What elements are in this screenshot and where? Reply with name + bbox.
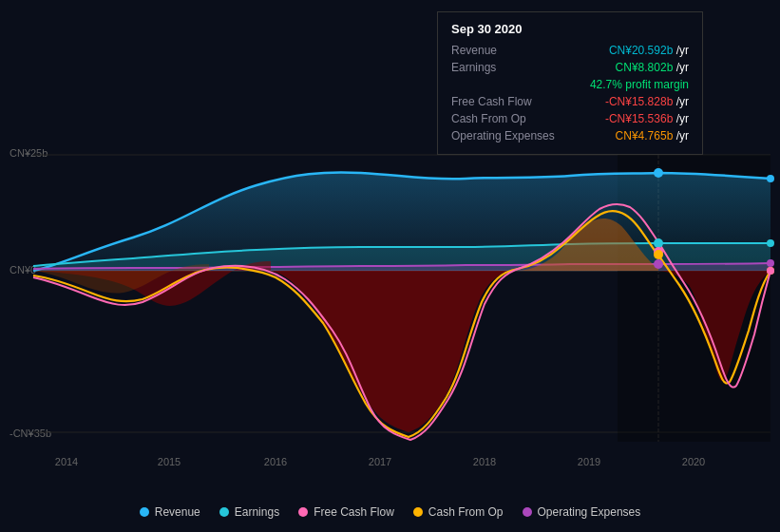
legend-revenue[interactable]: Revenue	[140, 505, 200, 519]
cfo-dot	[413, 507, 423, 517]
opex-dot	[523, 507, 532, 517]
svg-point-5	[767, 175, 774, 182]
svg-point-10	[654, 168, 663, 178]
earnings-label: Earnings	[451, 59, 578, 76]
cfo-value: -CN¥15.536b /yr	[578, 110, 689, 127]
svg-point-9	[767, 267, 774, 275]
legend-earnings[interactable]: Earnings	[219, 505, 279, 519]
chart-legend: Revenue Earnings Free Cash Flow Cash Fro…	[0, 505, 780, 519]
legend-earnings-label: Earnings	[235, 505, 279, 519]
opex-label: Operating Expenses	[451, 127, 578, 144]
revenue-dot	[140, 507, 149, 517]
legend-opex-label: Operating Expenses	[538, 505, 641, 519]
svg-point-6	[767, 239, 774, 247]
opex-value: CN¥4.765b /yr	[578, 127, 689, 144]
legend-opex[interactable]: Operating Expenses	[523, 505, 641, 519]
cfo-label: Cash From Op	[451, 110, 578, 127]
svg-point-13	[654, 250, 663, 259]
earnings-dot	[219, 507, 229, 517]
fcf-dot	[298, 507, 308, 517]
legend-cfo[interactable]: Cash From Op	[413, 505, 504, 519]
revenue-label: Revenue	[451, 42, 578, 59]
revenue-value: CN¥20.592b /yr	[578, 42, 689, 59]
legend-revenue-label: Revenue	[155, 505, 200, 519]
fcf-label: Free Cash Flow	[451, 93, 578, 110]
legend-cfo-label: Cash From Op	[428, 505, 504, 519]
tooltip-date: Sep 30 2020	[451, 22, 689, 36]
svg-point-11	[654, 238, 663, 248]
fcf-value: -CN¥15.828b /yr	[578, 93, 689, 110]
legend-fcf-label: Free Cash Flow	[314, 505, 394, 519]
svg-point-14	[654, 259, 663, 269]
legend-fcf[interactable]: Free Cash Flow	[298, 505, 394, 519]
earnings-value: CN¥8.802b /yr	[578, 59, 689, 76]
profit-margin: 42.7% profit margin	[578, 76, 689, 93]
svg-point-7	[767, 259, 774, 267]
tooltip-panel: Sep 30 2020 Revenue CN¥20.592b /yr Earni…	[437, 11, 703, 155]
chart-container: Sep 30 2020 Revenue CN¥20.592b /yr Earni…	[0, 0, 780, 532]
